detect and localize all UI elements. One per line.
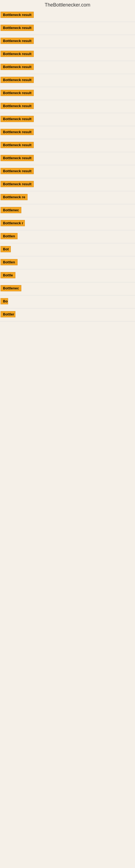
bottleneck-badge[interactable]: Bottleneck result: [1, 25, 34, 31]
result-row: Bottlen: [0, 256, 135, 269]
bottleneck-badge[interactable]: Bottleneck result: [1, 181, 34, 187]
result-row: Bottleneck result: [0, 87, 135, 100]
result-row: Bottleneck result: [0, 100, 135, 113]
result-row: Bottleneck result: [0, 126, 135, 139]
result-row: Bottleneck result: [0, 139, 135, 152]
bottleneck-badge[interactable]: Bottleneck result: [1, 116, 34, 122]
result-row: Bottleneck result: [0, 61, 135, 74]
bottleneck-badge[interactable]: Bottleneck result: [1, 51, 34, 57]
site-title: TheBottlenecker.com: [0, 0, 135, 9]
result-row: Bottle: [0, 269, 135, 282]
result-row: Bottleneck result: [0, 178, 135, 191]
results-list: Bottleneck resultBottleneck resultBottle…: [0, 9, 135, 321]
result-row: Bottleneck result: [0, 48, 135, 61]
bottleneck-badge[interactable]: Bottleneck result: [1, 155, 34, 161]
bottleneck-badge[interactable]: Bottleneck result: [1, 12, 34, 18]
result-row: Bottlenec: [0, 204, 135, 217]
result-row: Bottleneck result: [0, 74, 135, 87]
bottleneck-badge[interactable]: Bottleneck result: [1, 142, 34, 148]
bottleneck-badge[interactable]: Bot: [1, 246, 11, 252]
page-container: TheBottlenecker.com Bottleneck resultBot…: [0, 0, 135, 321]
bottleneck-badge[interactable]: Bottleneck result: [1, 77, 34, 83]
result-row: Bottlen: [0, 230, 135, 243]
bottleneck-badge[interactable]: Bottlen: [1, 233, 17, 239]
bottleneck-badge[interactable]: Bo: [1, 298, 8, 304]
bottleneck-badge[interactable]: Bottleneck result: [1, 38, 34, 44]
result-row: Bottleneck result: [0, 113, 135, 126]
bottleneck-badge[interactable]: Bottleneck result: [1, 90, 34, 96]
result-row: Bottleneck result: [0, 165, 135, 178]
result-row: Bot: [0, 243, 135, 256]
result-row: Bottleneck result: [0, 22, 135, 35]
result-row: Bottlenec: [0, 282, 135, 296]
bottleneck-badge[interactable]: Bottlenec: [1, 285, 21, 291]
result-row: Bottleneck result: [0, 9, 135, 22]
bottleneck-badge[interactable]: Bottleneck r: [1, 220, 25, 226]
bottleneck-badge[interactable]: Bottleneck result: [1, 168, 34, 174]
result-row: Bottleneck result: [0, 152, 135, 165]
result-row: Bottleneck result: [0, 35, 135, 48]
bottleneck-badge[interactable]: Bottleneck result: [1, 129, 34, 135]
bottleneck-badge[interactable]: Bottle: [1, 272, 15, 278]
bottleneck-badge[interactable]: Bottlenec: [1, 207, 21, 213]
bottleneck-badge[interactable]: Bottlen: [1, 259, 17, 265]
result-row: Bottler: [0, 308, 135, 321]
bottleneck-badge[interactable]: Bottleneck re: [1, 194, 28, 200]
bottleneck-badge[interactable]: Bottleneck result: [1, 64, 34, 70]
result-row: Bottleneck r: [0, 217, 135, 230]
bottleneck-badge[interactable]: Bottleneck result: [1, 103, 34, 109]
result-row: Bo: [0, 296, 135, 308]
bottleneck-badge[interactable]: Bottler: [1, 311, 15, 317]
result-row: Bottleneck re: [0, 191, 135, 204]
